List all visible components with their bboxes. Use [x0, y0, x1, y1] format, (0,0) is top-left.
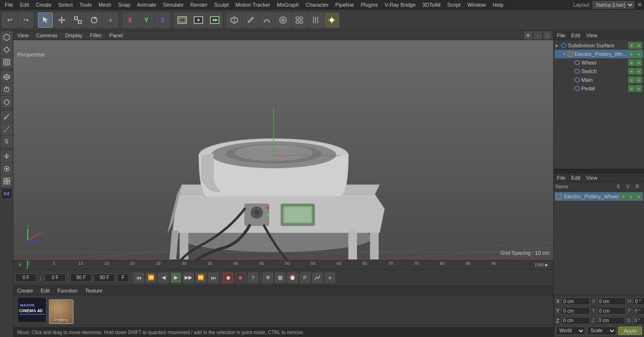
viewport[interactable]: View Cameras Display Filter Panel ⊕ ↓ □ …: [13, 31, 553, 260]
list-button[interactable]: ≡: [325, 272, 335, 283]
z-position-input[interactable]: [561, 317, 590, 325]
tree-vis-btn-green-2[interactable]: ●: [635, 42, 642, 49]
grid-button[interactable]: [1, 175, 12, 187]
viewport-menu-display[interactable]: Display: [63, 32, 84, 39]
select-tool-button[interactable]: [38, 12, 53, 28]
material-menu-texture[interactable]: Texture: [83, 287, 104, 294]
menu-create[interactable]: Create: [33, 1, 55, 9]
menu-3dtoall[interactable]: 3DToAll: [419, 1, 443, 9]
layout-close-icon[interactable]: ✕: [637, 1, 642, 8]
current-frame-input[interactable]: [44, 273, 66, 282]
tree-wheel-vis-1[interactable]: ●: [628, 59, 635, 66]
timeline-button[interactable]: ⏰: [287, 272, 298, 283]
tree-switch-vis-1[interactable]: ●: [628, 68, 635, 75]
world-dropdown[interactable]: World: [556, 326, 585, 335]
scale-dropdown[interactable]: Scale: [587, 326, 616, 335]
scene-vis-2[interactable]: ●: [628, 193, 634, 200]
obj-menu-edit[interactable]: Edit: [570, 32, 582, 39]
apply-button[interactable]: Apply: [618, 326, 642, 335]
y-position-input[interactable]: [561, 307, 590, 315]
menu-character[interactable]: Character: [303, 1, 331, 9]
z-axis-button[interactable]: Z: [155, 12, 170, 28]
prev-key-button[interactable]: ⏪: [146, 272, 156, 283]
sculpt-button[interactable]: [1, 163, 12, 174]
scene-menu-view[interactable]: View: [585, 174, 599, 181]
viewport-canvas[interactable]: Perspective: [13, 40, 553, 260]
undo-button[interactable]: ↩: [2, 12, 17, 28]
next-frame-button[interactable]: ▶▶: [183, 272, 194, 283]
x2-input[interactable]: [597, 297, 626, 305]
pen-button[interactable]: [243, 12, 258, 28]
tree-item-pottery-wheel[interactable]: ▼ Electric_Pottery_Wheel ● ●: [555, 50, 643, 58]
y-axis-button[interactable]: Y: [139, 12, 154, 28]
obj-menu-file[interactable]: File: [556, 32, 567, 39]
x-axis-button[interactable]: X: [122, 12, 138, 28]
z2-input[interactable]: [597, 317, 625, 325]
menu-snap[interactable]: Snap: [115, 1, 133, 9]
redo-button[interactable]: ↪: [18, 12, 33, 28]
menu-motion-tracker[interactable]: Motion Tracker: [232, 1, 273, 9]
move-tool-button[interactable]: [54, 12, 69, 28]
b-input[interactable]: [633, 317, 644, 325]
powerslide-button[interactable]: P: [300, 272, 310, 283]
layer-button[interactable]: ▦: [275, 272, 285, 283]
viewport-menu-panel[interactable]: Panel: [108, 32, 125, 39]
tree-vis-btn-green-1[interactable]: ●: [628, 42, 635, 49]
tree-main-vis-1[interactable]: ●: [628, 76, 635, 83]
array-button[interactable]: [292, 12, 307, 28]
start-frame-input[interactable]: [15, 273, 37, 282]
add-button[interactable]: ＋: [103, 12, 118, 28]
timeline-expand-icon[interactable]: ▶: [545, 262, 548, 267]
menu-pipeline[interactable]: Pipeline: [332, 1, 357, 9]
obj-menu-view[interactable]: View: [585, 32, 599, 39]
fps-input[interactable]: [117, 273, 129, 282]
p-input[interactable]: [633, 307, 644, 315]
line-cut-button[interactable]: [1, 123, 12, 135]
menu-help[interactable]: Help: [490, 1, 507, 9]
viewport-menu-filter[interactable]: Filter: [88, 32, 103, 39]
tree-main-vis-2[interactable]: ●: [635, 76, 642, 83]
viewport-menu-cameras[interactable]: Cameras: [34, 32, 60, 39]
material-menu-function[interactable]: Function: [55, 287, 79, 294]
knife-button[interactable]: [1, 111, 12, 122]
material-menu-create[interactable]: Create: [15, 287, 35, 294]
wireframe-button[interactable]: [1, 71, 12, 83]
scene-menu-file[interactable]: File: [556, 174, 567, 181]
object-mode-button[interactable]: [1, 32, 12, 43]
menu-mesh[interactable]: Mesh: [96, 1, 114, 9]
rotate-tool-button[interactable]: [87, 12, 102, 28]
next-key-button[interactable]: ⏩: [196, 272, 206, 283]
motion-path-button[interactable]: ?: [248, 272, 258, 283]
auto-keyframe-button[interactable]: ◉: [235, 272, 246, 283]
cube-button[interactable]: [227, 12, 242, 28]
menu-mograph[interactable]: MoGraph: [274, 1, 302, 9]
last-frame-button[interactable]: ⏭: [208, 272, 218, 283]
spline-button[interactable]: [259, 12, 274, 28]
tree-wheel-vis-2[interactable]: ●: [635, 59, 642, 66]
symmetry-button[interactable]: [1, 151, 12, 162]
tree-pedal-vis-1[interactable]: ●: [628, 85, 635, 92]
sync-button[interactable]: ⊕: [262, 272, 273, 283]
menu-sculpt[interactable]: Sculpt: [211, 1, 232, 9]
prev-frame-button[interactable]: ◀: [158, 272, 169, 283]
tree-item-subdivision[interactable]: ▶ Subdivision Surface ● ●: [555, 41, 643, 50]
render-frame-button[interactable]: [191, 12, 206, 28]
tree-pottery-vis-1[interactable]: ●: [628, 51, 635, 57]
end-frame-input-1[interactable]: [70, 273, 92, 282]
x-position-input[interactable]: [561, 297, 590, 305]
light-button[interactable]: [324, 12, 339, 28]
subdivide-button[interactable]: [275, 12, 291, 28]
viewport-menu-view[interactable]: View: [15, 32, 31, 39]
tree-item-wheel[interactable]: Wheel ● ●: [555, 58, 643, 67]
cinema4d-logo-button[interactable]: C4: [1, 188, 12, 199]
panel-scrollbar[interactable]: [554, 169, 644, 173]
tree-item-pedal[interactable]: Pedal ● ●: [555, 84, 643, 93]
magnet-button[interactable]: S: [1, 136, 12, 147]
normals-button[interactable]: [1, 84, 12, 95]
scene-vis-1[interactable]: ●: [620, 193, 627, 200]
menu-window[interactable]: Window: [464, 1, 489, 9]
menu-vray-bridge[interactable]: V-Ray Bridge: [382, 1, 419, 9]
hair-button[interactable]: [308, 12, 323, 28]
menu-simulate[interactable]: Simulate: [160, 1, 186, 9]
texture-mode-button[interactable]: [1, 56, 12, 68]
